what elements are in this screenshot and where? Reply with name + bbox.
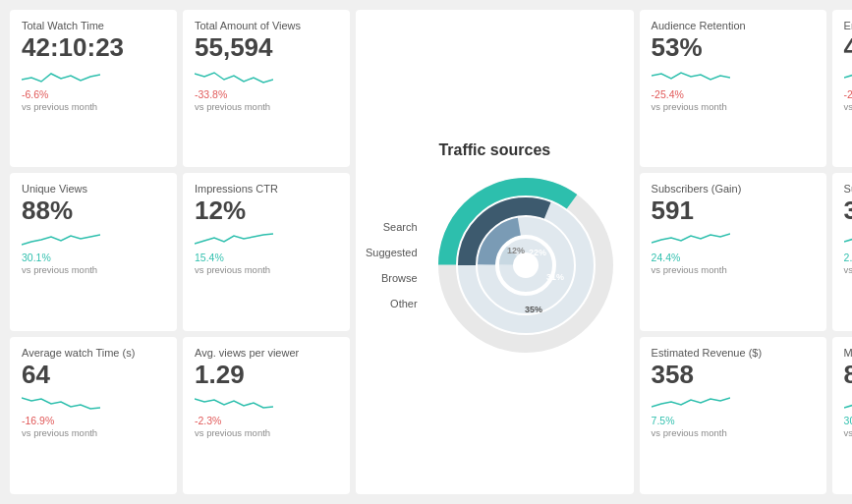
card-value: 42,419 (844, 33, 852, 62)
card-vs: vs previous month (652, 101, 815, 112)
svg-text:35%: 35% (525, 305, 542, 314)
card-value: 55,594 (195, 33, 338, 62)
card-engagement: Engagement 42,419 -27.1% vs previous mon… (832, 10, 852, 167)
card-value: 88% (844, 361, 852, 389)
card-subscribers-gain: Subscribers (Gain) 591 24.4% vs previous… (640, 173, 826, 330)
card-title: Total Amount of Views (195, 20, 338, 31)
card-vs: vs previous month (195, 264, 338, 275)
card-value: 591 (652, 196, 815, 225)
sparkline-icon (195, 66, 273, 87)
traffic-title: Traffic sources (438, 141, 550, 159)
card-change: -16.9% (22, 415, 165, 426)
card-subscribers-lost: Subscribers (Lost) 36 2.9% vs previous m… (832, 173, 852, 330)
card-title: Monetized playbacks (%) (844, 347, 852, 359)
card-value: 36 (844, 196, 852, 225)
card-title: Impressions CTR (195, 183, 338, 195)
card-total-watch-time: Total Watch Time 42:10:23 -6.6% vs previ… (10, 10, 177, 167)
card-change: 24.4% (652, 252, 815, 263)
card-avg-views-per-viewer: Avg. views per viewer 1.29 -2.3% vs prev… (183, 337, 350, 494)
sparkline-icon (844, 66, 852, 87)
sparkline-icon (844, 392, 852, 414)
traffic-label-suggested: Suggested (366, 247, 418, 258)
svg-text:22%: 22% (529, 248, 546, 257)
card-impressions-ctr: Impressions CTR 12% 15.4% vs previous mo… (183, 173, 350, 330)
donut-svg: 35% 31% 22% 12% (427, 167, 624, 364)
card-value: 88% (22, 196, 165, 225)
card-change: 30.1% (22, 252, 165, 263)
sparkline-icon (652, 66, 730, 87)
card-vs: vs previous month (22, 427, 165, 438)
card-vs: vs previous month (844, 427, 852, 438)
card-change: -33.8% (195, 88, 338, 100)
card-title: Unique Views (22, 183, 165, 195)
card-value: 53% (652, 33, 815, 62)
traffic-label-other: Other (390, 298, 418, 309)
sparkline-icon (195, 229, 273, 251)
traffic-label-browse: Browse (381, 272, 418, 284)
sparkline-icon (844, 229, 852, 251)
card-value: 1.29 (195, 361, 338, 389)
card-value: 12% (195, 196, 338, 225)
dashboard: Total Watch Time 42:10:23 -6.6% vs previ… (0, 0, 852, 504)
card-title: Audience Retention (652, 20, 815, 31)
sparkline-icon (22, 66, 100, 87)
card-change: 30.1% (844, 415, 852, 426)
card-value: 358 (652, 361, 815, 389)
sparkline-icon (195, 392, 273, 414)
svg-text:31%: 31% (546, 272, 564, 282)
card-title: Subscribers (Gain) (652, 183, 815, 195)
card-change: -2.3% (195, 415, 338, 426)
sparkline-icon (652, 392, 730, 414)
traffic-content: Search Suggested Browse Other (366, 167, 624, 364)
card-unique-views: Unique Views 88% 30.1% vs previous month (10, 173, 177, 330)
card-total-views: Total Amount of Views 55,594 -33.8% vs p… (183, 10, 350, 167)
card-vs: vs previous month (22, 101, 165, 112)
card-vs: vs previous month (652, 427, 815, 438)
sparkline-icon (22, 229, 100, 251)
card-monetized-playbacks: Monetized playbacks (%) 88% 30.1% vs pre… (832, 337, 852, 494)
card-title: Engagement (844, 20, 852, 31)
card-value: 42:10:23 (22, 33, 165, 62)
card-vs: vs previous month (195, 427, 338, 438)
card-title: Average watch Time (s) (22, 347, 165, 359)
card-change: -25.4% (652, 88, 815, 100)
card-title: Subscribers (Lost) (844, 183, 852, 195)
card-change: -27.1% (844, 88, 852, 100)
card-estimated-revenue: Estimated Revenue ($) 358 7.5% vs previo… (640, 337, 826, 494)
card-change: 7.5% (652, 415, 815, 426)
card-vs: vs previous month (844, 264, 852, 275)
donut-chart: 35% 31% 22% 12% (427, 167, 624, 364)
card-vs: vs previous month (195, 101, 338, 112)
sparkline-icon (652, 229, 730, 251)
sparkline-icon (22, 392, 100, 414)
card-value: 64 (22, 361, 165, 389)
card-vs: vs previous month (844, 101, 852, 112)
card-avg-watch-time: Average watch Time (s) 64 -16.9% vs prev… (10, 337, 177, 494)
traffic-sources-card: Traffic sources Search Suggested Browse … (356, 10, 634, 494)
card-title: Estimated Revenue ($) (652, 347, 815, 359)
card-title: Avg. views per viewer (195, 347, 338, 359)
card-vs: vs previous month (652, 264, 815, 275)
card-title: Total Watch Time (22, 20, 165, 31)
card-change: 2.9% (844, 252, 852, 263)
svg-text:12%: 12% (507, 246, 525, 255)
card-change: 15.4% (195, 252, 338, 263)
card-audience-retention: Audience Retention 53% -25.4% vs previou… (640, 10, 826, 167)
card-change: -6.6% (22, 88, 165, 100)
traffic-label-search: Search (383, 221, 418, 233)
traffic-labels: Search Suggested Browse Other (366, 221, 418, 309)
card-vs: vs previous month (22, 264, 165, 275)
